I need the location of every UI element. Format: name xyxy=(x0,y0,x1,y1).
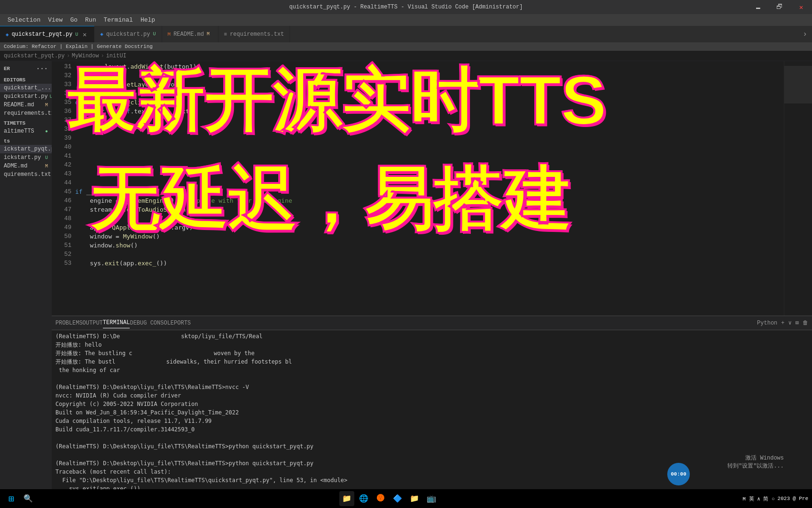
titlebar: quickstart_pyqt.py - RealtimeTTS - Visua… xyxy=(0,0,812,14)
sidebar-item-badge: M xyxy=(45,164,48,169)
minimize-button[interactable]: 🗕 xyxy=(747,0,769,14)
taskbar-youdao[interactable]: 🅨 xyxy=(373,491,388,506)
terminal-line xyxy=(55,374,808,383)
terminal-trash-icon[interactable]: 🗑 xyxy=(803,319,808,326)
code-line: window = MyWindow() xyxy=(75,232,784,241)
code-line xyxy=(75,116,784,125)
line-num: 51 xyxy=(54,241,71,250)
start-button[interactable]: ⊞ xyxy=(4,491,19,506)
tab-quickstart-pyqt[interactable]: ◈ quickstart_pyqt.py U ✕ xyxy=(0,26,94,42)
tab-output[interactable]: OUTPUT xyxy=(83,318,103,328)
minimap-viewport xyxy=(784,66,812,103)
terminal-split-icon[interactable]: ⊞ xyxy=(796,319,799,326)
close-button[interactable]: ✕ xyxy=(790,0,812,14)
taskbar-vscode[interactable]: 🔷 xyxy=(390,491,405,506)
terminal-line: the honking of car xyxy=(55,366,808,374)
activate-watermark: 激活 Windows 转到"设置"以激活... xyxy=(727,454,784,470)
maximize-button[interactable]: 🗗 xyxy=(769,0,790,14)
sidebar-item-pyqt[interactable]: ickstart_pyqt.py U xyxy=(0,145,52,153)
terminal-content[interactable]: (RealtimeTTS) D:\De sktop/liyu_file/TTS/… xyxy=(52,330,812,494)
ime-label[interactable]: M 英 ∧ 简 ○ xyxy=(742,495,774,502)
tab-ports[interactable]: PORTS xyxy=(174,318,191,328)
terminal-line: (RealtimeTTS) D:\Desktop\liyu_file\TTS\R… xyxy=(55,459,808,468)
breadcrumb-item[interactable]: MyWindow xyxy=(72,53,99,59)
menu-view[interactable]: View xyxy=(44,16,66,24)
sidebar-item-quickstart[interactable]: quickstart.py U xyxy=(0,92,52,101)
sidebar-item-py2[interactable]: ickstart.py U xyxy=(0,153,52,162)
menu-selection[interactable]: Selection xyxy=(4,16,44,24)
terminal-python-label: Python xyxy=(757,320,777,326)
terminal-line: 开始播放: The bustling c woven by the xyxy=(55,349,808,357)
terminal-line: Cuda compilation tools, release 11.7, V1… xyxy=(55,417,808,425)
code-line: app = QApplication(sys.argv) xyxy=(75,223,784,232)
line-num: 41 xyxy=(54,151,71,160)
sidebar-item-badge: U xyxy=(45,155,48,160)
taskbar-explorer2[interactable]: 📁 xyxy=(407,491,422,506)
code-line: layout.addWidget(button1) xyxy=(75,62,784,71)
sidebar-item-adme[interactable]: ADME.md M xyxy=(0,162,52,170)
tab-label: quickstart.py xyxy=(106,31,150,38)
sidebar-ts-title: ts xyxy=(0,135,52,145)
sidebar-item-label: README.md xyxy=(4,102,34,108)
code-line xyxy=(75,89,784,98)
sidebar-item-quirements[interactable]: quirements.txt xyxy=(0,170,52,179)
tab-terminal[interactable]: TERMINAL xyxy=(103,318,130,328)
tab-debug[interactable]: DEBUG CONSOLE xyxy=(130,318,174,328)
terminal-line: (RealtimeTTS) D:\De sktop/liyu_file/TTS/… xyxy=(55,332,808,341)
menu-help[interactable]: Help xyxy=(137,16,159,24)
line-num: 39 xyxy=(54,134,71,143)
sidebar-item-label: quirements.txt xyxy=(4,171,51,178)
sidebar-item-label: ADME.md xyxy=(4,163,27,169)
sidebar-item-altimetths[interactable]: altimeTTS ● xyxy=(0,127,52,135)
search-button[interactable]: 🔍 xyxy=(21,491,36,506)
line-num: 42 xyxy=(54,160,71,169)
menu-run[interactable]: Run xyxy=(81,16,100,24)
tab-quickstart[interactable]: ◈ quickstart.py U xyxy=(94,26,162,42)
sidebar-item-label: quickstart_... xyxy=(4,85,51,91)
code-line xyxy=(75,214,784,223)
taskbar-explorer[interactable]: 📁 xyxy=(339,491,354,506)
line-num: 50 xyxy=(54,232,71,241)
tab-scroll-right[interactable]: › xyxy=(798,26,812,42)
sidebar: ER ··· EDITORS quickstart_... U quicksta… xyxy=(0,61,52,494)
breadcrumb-sep: › xyxy=(101,53,104,59)
breadcrumb-item[interactable]: quickstart_pyqt.py xyxy=(4,53,65,59)
pre-label[interactable]: @ Pre xyxy=(793,496,808,501)
sidebar-timetts-title: TIMETTS xyxy=(0,118,52,127)
code-line: engine = SystemEngine() # replace with y… xyxy=(75,196,784,205)
tab-spacer xyxy=(290,26,798,42)
taskbar-chrome[interactable]: 🌐 xyxy=(356,491,371,506)
tab-label: quickstart_pyqt.py xyxy=(12,31,73,38)
code-editor[interactable]: 31 32 33 34 35 36 37 38 39 40 41 42 43 4… xyxy=(52,61,812,316)
tab-label: README.md xyxy=(173,31,204,38)
line-num: 40 xyxy=(54,143,71,151)
line-num: 47 xyxy=(54,205,71,214)
title-controls: 🗕 🗗 ✕ xyxy=(747,0,812,14)
sidebar-item-quickstart-pyqt[interactable]: quickstart_... U xyxy=(0,84,52,92)
code-line xyxy=(75,134,784,143)
tab-problems[interactable]: PROBLEMS xyxy=(55,318,83,328)
menu-terminal[interactable]: Terminal xyxy=(100,16,136,24)
code-line: def on_button0_clicked(self): xyxy=(75,98,784,107)
breadcrumb-item[interactable]: initUI xyxy=(106,53,126,59)
line-num: 44 xyxy=(54,178,71,187)
menu-go[interactable]: Go xyxy=(66,16,81,24)
terminal-plus-icon[interactable]: + xyxy=(781,320,784,326)
code-line xyxy=(75,169,784,178)
watermark-line2: 转到"设置"以激活... xyxy=(727,462,784,470)
tab-requirements[interactable]: ≡ requirements.txt xyxy=(219,26,290,42)
sidebar-item-readme[interactable]: README.md M xyxy=(0,101,52,109)
terminal-dropdown-icon[interactable]: ∨ xyxy=(789,319,792,326)
tab-readme[interactable]: M README.md M xyxy=(162,26,219,42)
taskbar-media[interactable]: 📺 xyxy=(424,491,439,506)
title-text: quickstart_pyqt.py - RealtimeTTS - Visua… xyxy=(289,4,523,10)
sidebar-dots[interactable]: ··· xyxy=(36,65,48,72)
windows-taskbar: ⊞ 🔍 📁 🌐 🅨 🔷 📁 📺 M 英 ∧ 简 ○ 2023 @ Pre xyxy=(0,489,812,508)
terminal-line: 开始播放: hello xyxy=(55,341,808,349)
tab-close-button[interactable]: ✕ xyxy=(81,31,88,39)
line-num: 38 xyxy=(54,125,71,134)
terminal-line: 开始播放: The bustl sidewalks, their hurried… xyxy=(55,357,808,366)
sidebar-item-requirements[interactable]: requirements.txt xyxy=(0,109,52,118)
line-num: 35 xyxy=(54,98,71,107)
terminal-line xyxy=(55,451,808,459)
